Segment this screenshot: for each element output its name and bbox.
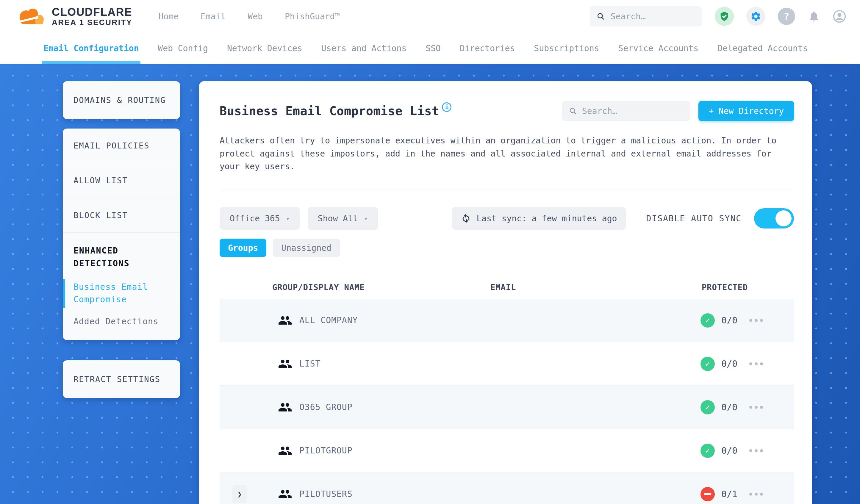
row-actions-menu[interactable] (749, 319, 763, 322)
protected-count: 0/0 (721, 315, 737, 326)
protected-check-icon: ✓ (701, 313, 715, 328)
group-icon (278, 315, 292, 326)
shield-check-icon (719, 11, 730, 22)
sidebar: DOMAINS & ROUTING EMAIL POLICIES ALLOW L… (63, 81, 180, 504)
protected-count: 0/0 (721, 445, 737, 456)
tab-service-accounts[interactable]: Service Accounts (618, 33, 699, 64)
sidebar-item-retract-settings[interactable]: RETRACT SETTINGS (63, 360, 180, 398)
column-header-protected: PROTECTED (702, 283, 748, 292)
directory-dropdown-label: Office 365 (230, 214, 280, 224)
nav-item-web[interactable]: Web (247, 12, 263, 21)
column-header-name: GROUP/DISPLAY NAME (272, 283, 490, 292)
chevron-down-icon: ▾ (364, 215, 368, 222)
protected-count: 0/1 (721, 489, 737, 499)
group-name: O365_GROUP (299, 402, 489, 412)
table-row: PILOTGROUP ✓ 0/0 (220, 429, 794, 473)
list-search[interactable] (562, 101, 690, 121)
sidebar-item-enhanced-detections[interactable]: ENHANCED DETECTIONS (73, 244, 169, 270)
group-name: PILOTGROUP (299, 446, 489, 456)
search-icon (597, 12, 605, 21)
sidebar-item-email-policies[interactable]: EMAIL POLICIES (63, 129, 180, 163)
page-background: DOMAINS & ROUTING EMAIL POLICIES ALLOW L… (0, 64, 860, 504)
email-policies-card: EMAIL POLICIES ALLOW LIST BLOCK LIST ENH… (63, 129, 180, 340)
top-header: CLOUDFLARE AREA 1 SECURITY Home Email We… (0, 0, 860, 33)
protected-check-icon: ✓ (701, 400, 715, 415)
list-search-input[interactable] (582, 106, 683, 116)
notifications-bell-icon[interactable] (808, 10, 820, 23)
section-tabs: Email Configuration Web Config Network D… (0, 33, 860, 64)
expand-row-button[interactable]: ❯ (232, 485, 247, 503)
sidebar-item-allow-list[interactable]: ALLOW LIST (63, 163, 180, 198)
unprotected-minus-icon (701, 487, 715, 501)
tab-email-configuration[interactable]: Email Configuration (43, 33, 139, 64)
table-row: ❯ PILOTUSERS 0/1 (220, 473, 794, 504)
group-icon (278, 488, 292, 500)
tab-sso[interactable]: SSO (426, 33, 441, 64)
help-button[interactable]: ? (778, 8, 795, 25)
row-actions-menu[interactable] (749, 406, 763, 409)
cloudflare-logo: CLOUDFLARE AREA 1 SECURITY (15, 6, 132, 27)
main-panel: Business Email Compromise List i + New D… (199, 81, 812, 504)
question-icon: ? (784, 11, 789, 22)
logo-subtitle: AREA 1 SECURITY (52, 18, 132, 27)
protection-status-button[interactable] (715, 7, 734, 26)
nav-item-phishguard[interactable]: PhishGuard™ (285, 12, 340, 21)
row-actions-menu[interactable] (749, 493, 763, 496)
protected-check-icon: ✓ (701, 357, 715, 371)
show-filter-label: Show All (318, 214, 358, 224)
protected-cell: 0/1 (701, 487, 737, 501)
view-tabs: Groups Unassigned (220, 239, 794, 257)
group-icon (278, 358, 292, 370)
sync-controls: Last sync: a few minutes ago DISABLE AUT… (452, 207, 794, 230)
tab-subscriptions[interactable]: Subscriptions (534, 33, 599, 64)
tab-delegated-accounts[interactable]: Delegated Accounts (717, 33, 808, 64)
tab-groups[interactable]: Groups (220, 239, 266, 257)
row-actions-menu[interactable] (749, 449, 763, 452)
last-sync-button[interactable]: Last sync: a few minutes ago (452, 207, 626, 230)
auto-sync-toggle[interactable] (754, 208, 794, 229)
filters-row: Office 365 ▾ Show All ▾ Last sync: a few… (220, 207, 794, 230)
tab-web-config[interactable]: Web Config (158, 33, 208, 64)
nav-item-email[interactable]: Email (201, 12, 226, 21)
auto-sync-label: DISABLE AUTO SYNC (646, 214, 742, 224)
logo-title: CLOUDFLARE (52, 6, 132, 18)
group-icon (278, 401, 292, 413)
groups-table: GROUP/DISPLAY NAME EMAIL PROTECTED ALL C… (220, 275, 794, 504)
sidebar-item-added-detections[interactable]: Added Detections (73, 317, 169, 326)
protected-count: 0/0 (721, 402, 737, 412)
chevron-down-icon: ▾ (286, 215, 290, 222)
protected-count: 0/0 (721, 359, 737, 369)
toggle-knob (775, 210, 791, 227)
tab-unassigned[interactable]: Unassigned (273, 239, 340, 257)
protected-check-icon: ✓ (701, 444, 715, 458)
sidebar-item-business-email-compromise[interactable]: Business Email Compromise (73, 281, 169, 306)
column-header-email: EMAIL (490, 283, 702, 292)
group-icon (278, 445, 292, 457)
last-sync-label: Last sync: a few minutes ago (476, 214, 617, 224)
refresh-icon (461, 213, 471, 224)
sidebar-item-domains-routing[interactable]: DOMAINS & ROUTING (63, 81, 180, 119)
row-actions-menu[interactable] (749, 362, 763, 365)
tab-network-devices[interactable]: Network Devices (227, 33, 302, 64)
info-icon[interactable]: i (442, 102, 452, 112)
group-name: ALL COMPANY (299, 315, 489, 325)
tab-users-and-actions[interactable]: Users and Actions (321, 33, 407, 64)
protected-cell: ✓ 0/0 (701, 400, 737, 415)
user-avatar-icon[interactable] (833, 10, 846, 23)
show-filter-dropdown[interactable]: Show All ▾ (308, 207, 378, 230)
expander-slot: ❯ (232, 485, 247, 503)
global-search-input[interactable] (611, 12, 694, 21)
protected-cell: ✓ 0/0 (701, 444, 737, 458)
global-search[interactable] (590, 6, 702, 27)
nav-item-home[interactable]: Home (159, 12, 178, 21)
protected-cell: ✓ 0/0 (701, 357, 737, 371)
directory-dropdown[interactable]: Office 365 ▾ (220, 207, 300, 230)
settings-button[interactable] (746, 7, 765, 26)
protected-cell: ✓ 0/0 (701, 313, 737, 328)
tab-directories[interactable]: Directories (460, 33, 515, 64)
sidebar-item-block-list[interactable]: BLOCK LIST (63, 198, 180, 232)
page-title: Business Email Compromise List (220, 104, 439, 118)
new-directory-button[interactable]: + New Directory (699, 101, 794, 121)
domains-routing-card: DOMAINS & ROUTING (63, 81, 180, 119)
top-nav: Home Email Web PhishGuard™ (159, 12, 340, 21)
